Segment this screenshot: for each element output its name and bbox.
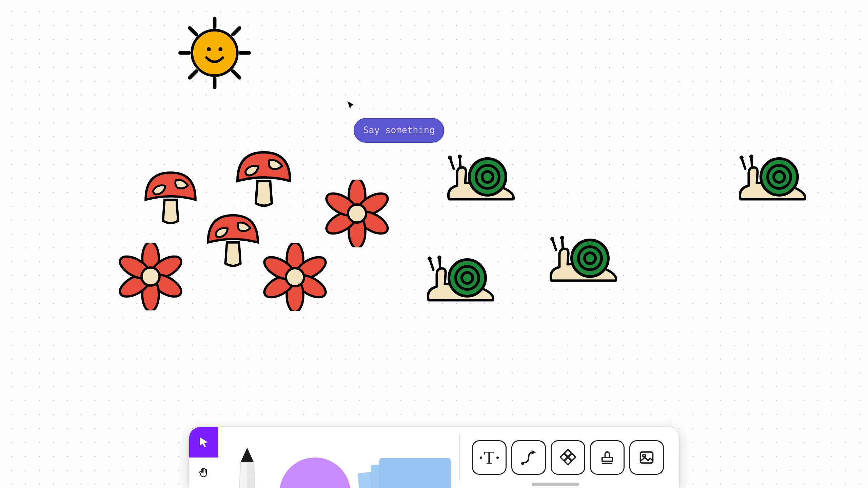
- svg-point-31: [286, 268, 304, 286]
- toolbar-icon-group: T: [460, 427, 679, 488]
- svg-point-17: [348, 204, 366, 222]
- horizontal-scrollbar-thumb[interactable]: [532, 483, 579, 486]
- svg-point-45: [437, 256, 441, 260]
- svg-point-40: [749, 155, 753, 159]
- circle-shape-icon: [279, 458, 351, 488]
- image-icon: [638, 449, 655, 466]
- svg-line-6: [233, 28, 239, 35]
- svg-line-47: [553, 240, 556, 250]
- svg-point-10: [218, 47, 222, 51]
- svg-line-49: [562, 239, 563, 249]
- svg-point-38: [739, 156, 744, 160]
- svg-line-37: [742, 159, 745, 169]
- svg-marker-52: [240, 448, 254, 463]
- text-tool-button[interactable]: T: [472, 440, 507, 475]
- sun-icon: [178, 16, 251, 89]
- widgets-icon: [559, 449, 577, 466]
- svg-point-62: [643, 454, 646, 457]
- sun-sticker[interactable]: [178, 16, 251, 89]
- sticky-note-icon: [362, 458, 451, 488]
- svg-line-32: [450, 159, 454, 169]
- mushroom-icon: [203, 208, 263, 268]
- svg-line-44: [439, 258, 440, 268]
- svg-line-39: [751, 157, 752, 167]
- snail-sticker[interactable]: [446, 149, 517, 207]
- cursor-chat-bubble[interactable]: Say something: [354, 118, 444, 143]
- shape-tool-button[interactable]: [276, 427, 354, 488]
- svg-point-35: [458, 155, 462, 159]
- mushroom-icon: [232, 144, 296, 208]
- hand-tool-button[interactable]: [189, 458, 218, 488]
- connector-tool-button[interactable]: [511, 440, 546, 475]
- snail-icon: [446, 149, 517, 207]
- mushroom-sticker[interactable]: [140, 165, 201, 225]
- flower-sticker[interactable]: [261, 243, 329, 311]
- sticky-note-tool-button[interactable]: [354, 427, 459, 488]
- snail-sticker[interactable]: [548, 230, 619, 288]
- svg-line-42: [430, 260, 433, 270]
- stamp-icon: [598, 449, 616, 466]
- svg-line-5: [233, 71, 239, 78]
- select-tool-button[interactable]: [189, 427, 218, 458]
- snail-sticker[interactable]: [737, 149, 808, 207]
- stamp-tool-button[interactable]: [590, 440, 625, 475]
- svg-rect-61: [640, 452, 653, 463]
- image-tool-button[interactable]: [629, 440, 664, 475]
- select-arrow-icon: [198, 436, 210, 448]
- flower-sticker[interactable]: [323, 180, 391, 247]
- svg-point-24: [141, 267, 159, 285]
- flower-icon: [117, 243, 184, 310]
- snail-sticker[interactable]: [425, 250, 496, 308]
- pen-tool-button[interactable]: [218, 427, 276, 488]
- cursor-arrow-icon: [346, 100, 356, 111]
- svg-line-4: [190, 28, 196, 35]
- svg-point-33: [448, 156, 452, 160]
- widgets-tool-button[interactable]: [551, 440, 585, 475]
- mushroom-sticker[interactable]: [203, 208, 263, 268]
- mushroom-icon: [140, 165, 201, 225]
- toolbar: T: [189, 427, 679, 488]
- flower-icon: [261, 243, 329, 311]
- cursor-chat-input[interactable]: Say something: [354, 118, 444, 143]
- flower-sticker[interactable]: [117, 243, 184, 310]
- hand-move-icon: [198, 467, 210, 479]
- snail-icon: [425, 250, 496, 308]
- mushroom-sticker[interactable]: [232, 144, 296, 208]
- svg-point-50: [560, 236, 564, 240]
- connector-icon: [520, 449, 537, 466]
- flower-icon: [323, 180, 391, 247]
- toolbar-select-column: [189, 427, 218, 488]
- snail-icon: [548, 230, 619, 288]
- svg-line-7: [190, 71, 196, 78]
- svg-line-34: [460, 157, 460, 167]
- svg-point-48: [550, 237, 554, 241]
- svg-point-9: [207, 47, 211, 51]
- pen-tool-icon: [237, 448, 257, 488]
- text-tool-icon: T: [480, 448, 499, 468]
- svg-point-43: [428, 257, 432, 261]
- svg-point-8: [192, 30, 237, 76]
- snail-icon: [737, 149, 808, 207]
